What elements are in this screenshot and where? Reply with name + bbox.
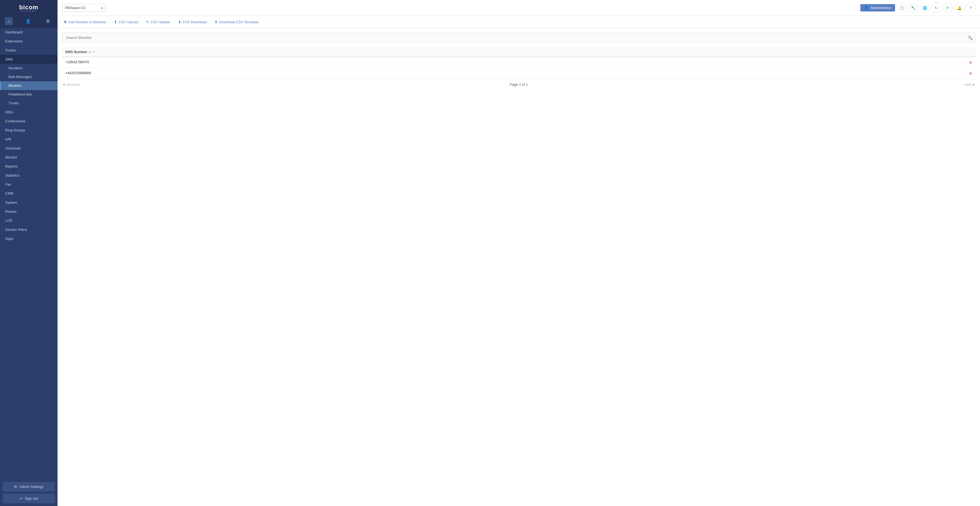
sidebar-item-crm[interactable]: CRM › bbox=[0, 189, 57, 198]
admin-settings-button[interactable]: ⚙ Admin Settings bbox=[3, 482, 55, 492]
sidebar-item-dashboard[interactable]: Dashboard bbox=[0, 28, 57, 37]
download-template-button[interactable]: ⬇ Download CSV Template bbox=[213, 19, 260, 25]
user-icon: 👤 bbox=[864, 6, 869, 10]
previous-page-button[interactable]: ◄ previous bbox=[62, 83, 80, 86]
chevron-right-icon: › bbox=[52, 174, 53, 177]
chevron-right-icon: › bbox=[52, 138, 53, 141]
sidebar-footer: ⚙ Admin Settings ↩ Sign out bbox=[0, 479, 57, 506]
sidebar-icon-row: ⌂ 👤 ⚙ bbox=[0, 15, 57, 28]
sidebar-item-sms-blocklist[interactable]: Blocklist bbox=[0, 81, 57, 90]
topbar-right: 👤 Administrator 🕐 🔧 🌐 ↻ ⟳ 🔔 ? bbox=[860, 3, 975, 13]
gear-icon: ⚙ bbox=[14, 485, 17, 489]
sidebar-item-extensions[interactable]: Extensions › bbox=[0, 37, 57, 46]
language-icon-btn[interactable]: 🌐 bbox=[920, 3, 930, 13]
admin-button[interactable]: 👤 Administrator bbox=[860, 4, 895, 11]
sidebar-item-voicemail[interactable]: Voicemail › bbox=[0, 144, 57, 153]
csv-upload-button[interactable]: ⬆ CSV Upload bbox=[112, 19, 140, 25]
sort-desc-icon: ▼ bbox=[92, 50, 95, 53]
table-body: +19542788470 ✕ +442033998800 ✕ bbox=[62, 57, 975, 79]
sidebar-item-sms-trunks[interactable]: Trunks bbox=[0, 99, 57, 108]
refresh-green-icon-btn[interactable]: ↻ bbox=[931, 3, 941, 13]
chevron-right-icon: › bbox=[52, 183, 53, 186]
chevron-right-icon: › bbox=[52, 192, 53, 195]
page-info: Page 1 of 1 bbox=[510, 83, 528, 86]
row-delete-button[interactable]: ✕ bbox=[969, 71, 972, 76]
sidebar-item-ivr[interactable]: IVR › bbox=[0, 135, 57, 144]
table-cell-number: +19542788470 ✕ bbox=[62, 57, 975, 68]
chevron-right-icon: › bbox=[52, 129, 53, 132]
sms-number-header[interactable]: SMS Number ▲ ▼ bbox=[62, 47, 975, 57]
csv-update-button[interactable]: ✎ CSV Update bbox=[144, 19, 172, 25]
sign-out-button[interactable]: ↩ Sign out bbox=[3, 494, 55, 503]
sidebar-item-monitor[interactable]: Monitor › bbox=[0, 153, 57, 162]
sidebar-item-statistics[interactable]: Statistics › bbox=[0, 171, 57, 180]
blocklist-table: SMS Number ▲ ▼ +19542788470 ✕ bbox=[62, 47, 975, 79]
logo-sub: SYSTEMS bbox=[19, 10, 38, 12]
search-input[interactable] bbox=[62, 33, 975, 43]
sidebar-item-apps[interactable]: Apps › bbox=[0, 234, 57, 243]
search-button[interactable]: 🔍 bbox=[968, 35, 973, 40]
content-area: 🔍 SMS Number ▲ ▼ +1954 bbox=[57, 28, 980, 506]
gear-icon-btn[interactable]: ⚙ bbox=[43, 17, 52, 25]
chevron-right-icon: › bbox=[52, 201, 53, 204]
chevron-right-icon: › bbox=[52, 120, 53, 123]
table-header: SMS Number ▲ ▼ bbox=[62, 47, 975, 57]
sidebar-item-routes[interactable]: Routes bbox=[0, 207, 57, 216]
edit-icon: ✎ bbox=[146, 20, 149, 24]
clock-icon-btn[interactable]: 🕐 bbox=[897, 3, 907, 13]
home-icon-btn[interactable]: ⌂ bbox=[5, 17, 13, 25]
sidebar-item-reports[interactable]: Reports › bbox=[0, 162, 57, 171]
sidebar-item-system[interactable]: System › bbox=[0, 198, 57, 207]
sidebar-item-trunks[interactable]: Trunks › bbox=[0, 46, 57, 55]
chevron-right-icon: › bbox=[52, 165, 53, 168]
sign-out-icon: ↩ bbox=[20, 496, 23, 501]
help-icon-btn[interactable]: ? bbox=[966, 3, 975, 13]
sync-icon-btn[interactable]: ⟳ bbox=[943, 3, 953, 13]
sort-asc-icon: ▲ bbox=[89, 50, 91, 53]
pbxware-select[interactable]: PBXware-CC bbox=[62, 4, 106, 12]
upload-icon: ⬆ bbox=[114, 20, 117, 24]
csv-download-button[interactable]: ⬇ CSV Download bbox=[177, 19, 208, 25]
chevron-right-icon: › bbox=[52, 156, 53, 159]
chevron-right-icon: › bbox=[52, 237, 53, 240]
chevron-right-icon: › bbox=[52, 40, 53, 43]
pbxware-select-wrapper: PBXware-CC bbox=[62, 4, 106, 12]
next-page-button[interactable]: next ► bbox=[964, 83, 975, 86]
sidebar-item-fax[interactable]: Fax › bbox=[0, 180, 57, 189]
sidebar: bicom SYSTEMS ⌂ 👤 ⚙ Dashboard Extensions… bbox=[0, 0, 57, 506]
chevron-down-icon: ˅ bbox=[52, 58, 53, 61]
row-delete-button[interactable]: ✕ bbox=[969, 60, 972, 65]
pagination: ◄ previous Page 1 of 1 next ► bbox=[62, 79, 975, 90]
topbar: PBXware-CC 👤 Administrator 🕐 🔧 🌐 ↻ ⟳ 🔔 ? bbox=[57, 0, 980, 16]
user-icon-btn[interactable]: 👤 bbox=[23, 17, 34, 25]
sidebar-item-dids[interactable]: DIDs bbox=[0, 108, 57, 117]
chevron-right-icon: › bbox=[52, 147, 53, 150]
sidebar-item-conferences[interactable]: Conferences › bbox=[0, 117, 57, 126]
plus-icon: ✚ bbox=[64, 20, 67, 24]
sidebar-item-service-plans[interactable]: Service Plans › bbox=[0, 225, 57, 234]
bell-icon-btn[interactable]: 🔔 bbox=[954, 3, 964, 13]
download-icon: ⬇ bbox=[178, 20, 181, 24]
action-bar: ✚ Add Number to Blocklist ⬆ CSV Upload ✎… bbox=[57, 16, 980, 28]
sidebar-item-sms-numbers[interactable]: Numbers bbox=[0, 64, 57, 73]
sidebar-nav: Dashboard Extensions › Trunks › SMS ˅ Nu… bbox=[0, 28, 57, 243]
main-content: PBXware-CC 👤 Administrator 🕐 🔧 🌐 ↻ ⟳ 🔔 ?… bbox=[57, 0, 980, 506]
sidebar-item-sms[interactable]: SMS ˅ bbox=[0, 55, 57, 64]
template-download-icon: ⬇ bbox=[215, 20, 218, 24]
table-cell-number: +442033998800 ✕ bbox=[62, 68, 975, 79]
search-container: 🔍 bbox=[62, 33, 975, 43]
chevron-right-icon: › bbox=[52, 49, 53, 52]
sidebar-item-ring-groups[interactable]: Ring Groups › bbox=[0, 126, 57, 135]
sidebar-logo: bicom SYSTEMS bbox=[0, 0, 57, 15]
sidebar-item-sms-bulk[interactable]: Bulk Messages bbox=[0, 73, 57, 81]
table-row: +19542788470 ✕ bbox=[62, 57, 975, 68]
sidebar-item-lcr[interactable]: LCR bbox=[0, 216, 57, 225]
globe-settings-icon-btn[interactable]: 🔧 bbox=[908, 3, 918, 13]
table-row: +442033998800 ✕ bbox=[62, 68, 975, 79]
sidebar-item-sms-predefined[interactable]: Predefined lists bbox=[0, 90, 57, 99]
topbar-left: PBXware-CC bbox=[62, 4, 106, 12]
chevron-right-icon: › bbox=[52, 228, 53, 231]
add-number-button[interactable]: ✚ Add Number to Blocklist bbox=[62, 19, 108, 25]
